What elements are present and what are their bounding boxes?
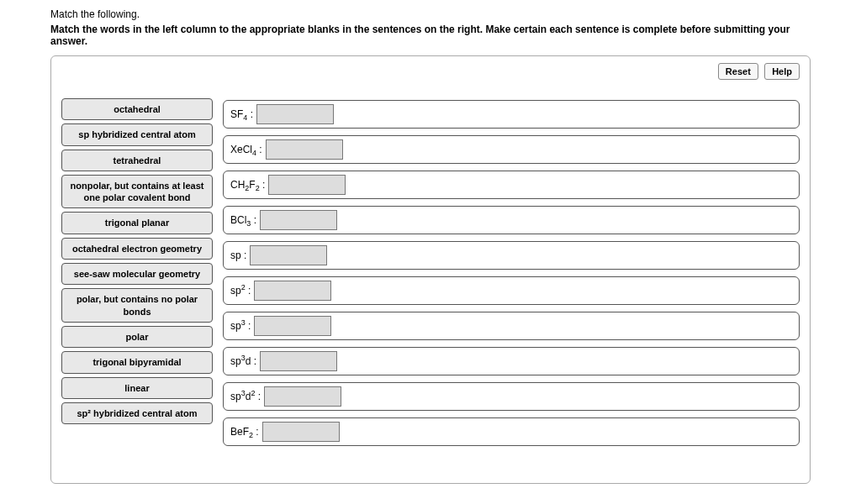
exercise-panel: Reset Help octahedral sp hybridized cent…: [50, 55, 811, 484]
drop-slot[interactable]: [260, 351, 337, 371]
row-label: sp3 :: [230, 320, 251, 332]
row-sp3d: sp3d :: [223, 347, 800, 375]
drop-slot[interactable]: [266, 139, 343, 160]
row-ch2f2: CH2F2 :: [223, 171, 800, 199]
drop-slot[interactable]: [262, 422, 340, 442]
drop-slot[interactable]: [254, 316, 331, 336]
row-label: sp3d :: [230, 355, 256, 367]
tile-octahedral-electron[interactable]: octahedral electron geometry: [61, 238, 213, 260]
tile-linear[interactable]: linear: [61, 377, 213, 399]
drop-slot[interactable]: [264, 386, 341, 407]
row-label: CH2F2 :: [230, 179, 265, 191]
row-label: BeF2 :: [230, 426, 259, 438]
drop-slot[interactable]: [268, 175, 346, 195]
tile-sp-hybridized[interactable]: sp hybridized central atom: [61, 123, 213, 145]
tile-trigonal-bipyramidal[interactable]: trigonal bipyramidal: [61, 351, 213, 373]
row-sp3d2: sp3d2 :: [223, 382, 800, 411]
row-sp2: sp2 :: [223, 276, 800, 305]
tile-trigonal-planar[interactable]: trigonal planar: [61, 212, 213, 234]
tile-see-saw[interactable]: see-saw molecular geometry: [61, 263, 213, 285]
tile-octahedral[interactable]: octahedral: [61, 98, 213, 120]
drop-slot[interactable]: [260, 210, 337, 230]
row-bef2: BeF2 :: [223, 417, 800, 446]
drop-slot[interactable]: [256, 104, 334, 124]
drop-targets: SF4 : XeCl4 : CH2F2 : BCl3 : sp :: [223, 98, 800, 453]
row-label: sp2 :: [230, 285, 251, 297]
drop-slot[interactable]: [250, 245, 327, 265]
row-xecl4: XeCl4 :: [223, 135, 800, 164]
instruction-text: Match the words in the left column to th…: [50, 24, 811, 47]
row-sf4: SF4 :: [223, 100, 800, 129]
top-buttons: Reset Help: [715, 63, 800, 80]
row-label: BCl3 :: [230, 214, 256, 226]
row-label: SF4 :: [230, 108, 253, 120]
row-label: sp :: [230, 249, 246, 261]
tile-sp2-hybridized[interactable]: sp² hybridized central atom: [61, 402, 213, 424]
row-sp: sp :: [223, 241, 800, 270]
reset-button[interactable]: Reset: [718, 63, 758, 80]
tile-polar-no-polar-bonds[interactable]: polar, but contains no polar bonds: [61, 288, 213, 323]
tile-tetrahedral[interactable]: tetrahedral: [61, 150, 213, 171]
intro-text: Match the following.: [50, 8, 811, 20]
row-sp3: sp3 :: [223, 312, 800, 340]
row-label: XeCl4 :: [230, 144, 262, 155]
drop-slot[interactable]: [254, 281, 331, 301]
word-bank: octahedral sp hybridized central atom te…: [61, 98, 213, 453]
row-label: sp3d2 :: [230, 391, 261, 402]
help-button[interactable]: Help: [764, 63, 800, 80]
row-bcl3: BCl3 :: [223, 206, 800, 234]
tile-nonpolar-polar-bond[interactable]: nonpolar, but contains at least one pola…: [61, 175, 213, 209]
tile-polar[interactable]: polar: [61, 326, 213, 348]
